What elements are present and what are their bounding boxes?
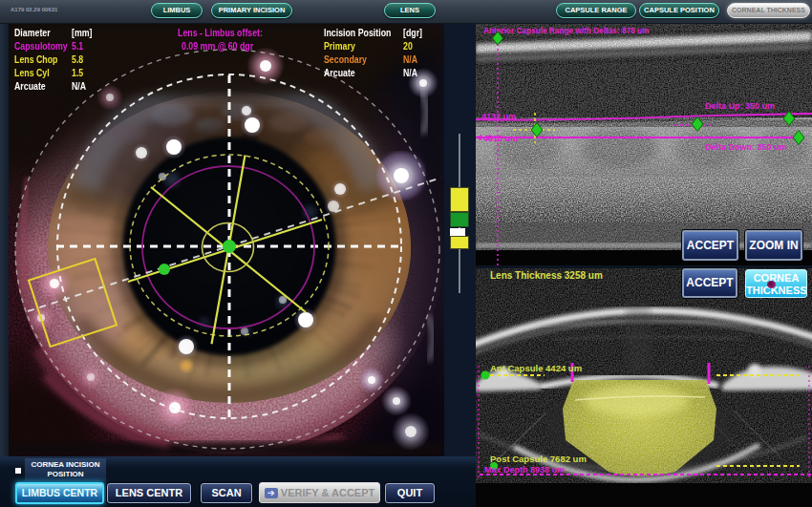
svg-text:Delta Up: 350 um: Delta Up: 350 um — [705, 101, 775, 111]
svg-text:Max Depth 8938 um: Max Depth 8938 um — [484, 465, 565, 475]
svg-text:4132 um: 4132 um — [481, 112, 516, 121]
svg-text:Anterior Capsule Range with De: Anterior Capsule Range with Deltas: 878 … — [483, 26, 650, 35]
svg-text:4510 um: 4510 um — [483, 134, 518, 143]
svg-text:Ant Capsule 4424 um: Ant Capsule 4424 um — [490, 363, 582, 373]
svg-text:Post Capsule 7682 um: Post Capsule 7682 um — [490, 454, 587, 464]
svg-text:Delta Down: 350 um: Delta Down: 350 um — [705, 142, 787, 152]
svg-text:Lens Thickness 3258 um: Lens Thickness 3258 um — [490, 270, 603, 281]
